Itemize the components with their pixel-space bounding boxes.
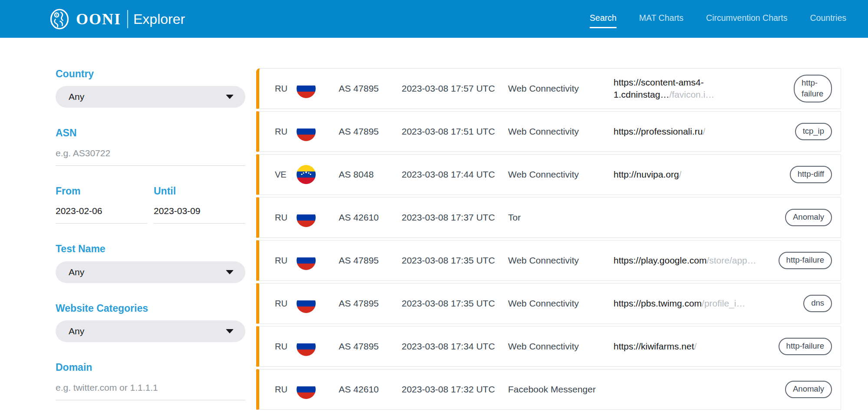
url-path-part: / <box>679 169 682 179</box>
flag-ru-icon <box>297 337 316 356</box>
measurement-timestamp: 2023-03-08 17:37 UTC <box>402 212 508 223</box>
nav-item-search[interactable]: Search <box>590 10 617 28</box>
measurement-timestamp: 2023-03-08 17:35 UTC <box>402 255 508 266</box>
flag-ru-icon <box>297 79 316 98</box>
url-path-part: / <box>694 341 697 351</box>
measurement-timestamp: 2023-03-08 17:32 UTC <box>402 384 508 395</box>
filter-group-domain: Domain <box>56 362 245 400</box>
test-name: Web Connectivity <box>508 341 614 352</box>
country-code: RU <box>275 127 297 137</box>
nav-item-countries[interactable]: Countries <box>810 10 846 28</box>
status-badge: http-failure <box>779 252 832 269</box>
brand-name: OONI <box>76 11 121 27</box>
website-categories-select[interactable]: Any <box>56 320 245 342</box>
url-path-part: /profile_i… <box>702 298 745 308</box>
measurement-result-row[interactable]: RU AS 47895 2023-03-08 17:35 UTC Web Con… <box>256 283 841 324</box>
asn-value: AS 47895 <box>339 126 402 137</box>
test-name: Web Connectivity <box>508 169 614 180</box>
brand[interactable]: OONI Explorer <box>50 9 185 30</box>
website-categories-label: Website Categories <box>56 303 245 314</box>
measurement-result-row[interactable]: RU AS 47895 2023-03-08 17:57 UTC Web Con… <box>256 68 841 109</box>
measurement-url: http://nuvipa.org/ <box>614 168 774 181</box>
chevron-down-icon <box>226 329 234 333</box>
results-list: RU AS 47895 2023-03-08 17:57 UTC Web Con… <box>256 68 841 412</box>
flag-ru-icon <box>297 208 316 227</box>
country-code: RU <box>275 256 297 266</box>
status-badge: Anomaly <box>785 381 832 398</box>
nav-item-mat-charts[interactable]: MAT Charts <box>639 10 683 28</box>
badge-cell: dns <box>803 295 832 312</box>
measurement-timestamp: 2023-03-08 17:35 UTC <box>402 298 508 309</box>
domain-input[interactable] <box>56 380 245 400</box>
nav-item-circumvention-charts[interactable]: Circumvention Charts <box>706 10 787 28</box>
measurement-result-row[interactable]: RU AS 42610 2023-03-08 17:37 UTC Tor Ano… <box>256 197 841 238</box>
country-code: RU <box>275 213 297 223</box>
measurement-result-row[interactable]: VE AS 8048 2023-03-08 17:44 UTC Web Conn… <box>256 154 841 195</box>
flag-ve-icon <box>297 165 316 184</box>
status-badge: tcp_ip <box>795 123 832 140</box>
until-date-input[interactable] <box>154 203 245 224</box>
brand-divider <box>127 10 128 28</box>
measurement-url: https://play.google.com/store/app… <box>614 254 774 267</box>
until-label: Until <box>154 185 245 197</box>
chevron-down-icon <box>226 270 234 274</box>
measurement-timestamp: 2023-03-08 17:44 UTC <box>402 169 508 180</box>
country-code: RU <box>275 342 297 352</box>
filter-group-from: From <box>56 185 147 224</box>
badge-cell: http-failure <box>779 252 832 269</box>
country-select[interactable]: Any <box>56 86 245 108</box>
country-code: RU <box>275 299 297 309</box>
test-name: Web Connectivity <box>508 255 614 266</box>
from-label: From <box>56 185 147 197</box>
asn-value: AS 8048 <box>339 169 402 180</box>
asn-value: AS 42610 <box>339 384 402 395</box>
asn-value: AS 47895 <box>339 298 402 309</box>
url-main-part: https://professionali.ru <box>614 126 703 136</box>
country-code: VE <box>275 170 297 180</box>
from-date-input[interactable] <box>56 203 147 224</box>
flag-ru-icon <box>297 294 316 313</box>
url-main-part: https://kiwifarms.net <box>614 341 694 351</box>
badge-cell: Anomaly <box>785 209 832 226</box>
measurement-url: https://scontent-ams4-1.cdninstag…/favic… <box>614 76 739 100</box>
url-main-part: https://play.google.com <box>614 255 706 265</box>
asn-input[interactable] <box>56 145 245 166</box>
status-badge: http-failure <box>794 75 832 102</box>
status-badge: http-diff <box>790 166 832 183</box>
test-name-select-value: Any <box>69 267 84 277</box>
url-main-part: http://nuvipa.org <box>614 169 679 179</box>
url-path-part: /favicon.i… <box>669 89 714 99</box>
measurement-result-row[interactable]: RU AS 42610 2023-03-08 17:32 UTC Faceboo… <box>256 369 841 410</box>
brand-product: Explorer <box>133 12 185 26</box>
measurement-result-row[interactable]: RU AS 47895 2023-03-08 17:34 UTC Web Con… <box>256 326 841 367</box>
measurement-timestamp: 2023-03-08 17:51 UTC <box>402 126 508 137</box>
measurement-url: https://professionali.ru/ <box>614 125 774 138</box>
asn-value: AS 42610 <box>339 212 402 223</box>
filter-group-until: Until <box>154 185 245 224</box>
badge-cell: http-failure <box>794 75 832 102</box>
asn-value: AS 47895 <box>339 83 402 94</box>
test-name: Web Connectivity <box>508 298 614 309</box>
domain-label: Domain <box>56 362 245 373</box>
measurement-result-row[interactable]: RU AS 47895 2023-03-08 17:51 UTC Web Con… <box>256 111 841 152</box>
asn-value: AS 47895 <box>339 341 402 352</box>
country-label: Country <box>56 68 245 79</box>
country-code: RU <box>275 84 297 94</box>
test-name: Web Connectivity <box>508 126 614 137</box>
app-header: OONI Explorer Search MAT Charts Circumve… <box>0 0 868 38</box>
status-badge: dns <box>803 295 832 312</box>
badge-cell: Anomaly <box>785 381 832 398</box>
flag-ru-icon <box>297 251 316 270</box>
status-badge: http-failure <box>779 338 832 355</box>
flag-ru-icon <box>297 380 316 399</box>
url-main-part: https://pbs.twimg.com <box>614 298 702 308</box>
badge-cell: http-failure <box>779 338 832 355</box>
test-name-select[interactable]: Any <box>56 261 245 283</box>
filter-group-asn: ASN <box>56 127 245 165</box>
flag-ru-icon <box>297 122 316 141</box>
measurement-result-row[interactable]: RU AS 47895 2023-03-08 17:35 UTC Web Con… <box>256 240 841 281</box>
measurement-timestamp: 2023-03-08 17:57 UTC <box>402 83 508 94</box>
test-name: Web Connectivity <box>508 83 614 94</box>
asn-label: ASN <box>56 127 245 138</box>
filter-sidebar: Country Any ASN From Until <box>56 68 245 412</box>
